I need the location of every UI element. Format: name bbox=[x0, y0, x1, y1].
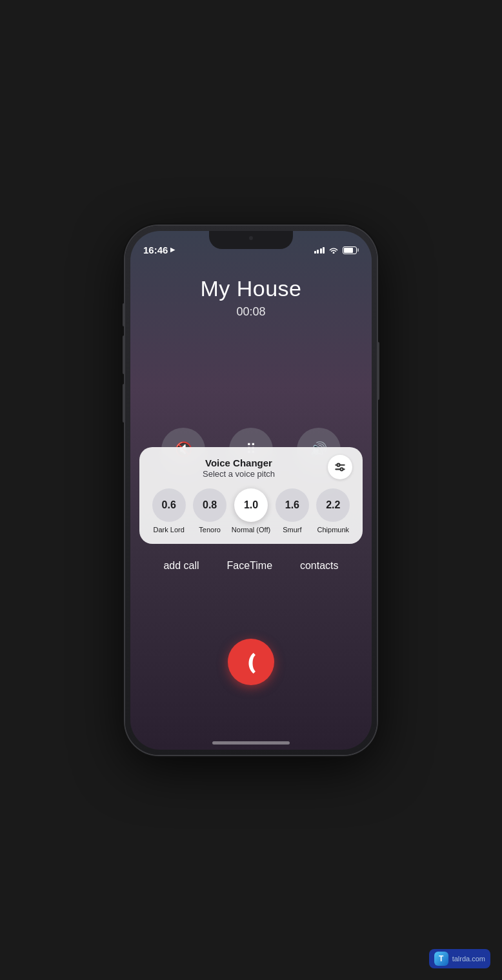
popup-title-group: Voice Changer Select a voice pitch bbox=[150, 457, 328, 479]
side-btn-volume-up[interactable] bbox=[123, 335, 125, 374]
watermark: T talrda.com bbox=[429, 949, 490, 968]
svg-point-3 bbox=[340, 468, 343, 470]
phone-outer: 16:46 ▶ bbox=[125, 226, 377, 755]
end-call-area bbox=[130, 639, 372, 685]
watermark-text: talrda.com bbox=[452, 955, 485, 963]
side-btn-power[interactable] bbox=[377, 342, 379, 400]
notch bbox=[209, 231, 293, 249]
side-btn-volume-down[interactable] bbox=[123, 384, 125, 423]
voice-changer-popup: Voice Changer Select a voice pitch 0.6 bbox=[139, 447, 363, 544]
end-call-icon bbox=[235, 645, 267, 677]
signal-bar-1 bbox=[314, 251, 316, 254]
sliders-icon bbox=[334, 461, 346, 474]
facetime-label: FaceTime bbox=[227, 560, 273, 572]
voice-option-tenoro[interactable]: 0.8 Tenoro bbox=[190, 488, 228, 534]
notch-dot bbox=[249, 236, 253, 240]
location-icon: ▶ bbox=[170, 246, 175, 253]
battery-icon bbox=[343, 246, 359, 254]
svg-point-2 bbox=[337, 463, 339, 466]
voice-value-smurf: 1.6 bbox=[285, 499, 299, 511]
voice-value-tenoro: 0.8 bbox=[203, 499, 217, 511]
voice-circle-normal: 1.0 bbox=[234, 488, 268, 522]
time-text: 16:46 bbox=[143, 245, 168, 255]
status-time: 16:46 ▶ bbox=[143, 245, 175, 255]
voice-label-tenoro: Tenoro bbox=[199, 526, 221, 534]
wifi-icon bbox=[328, 245, 339, 255]
popup-subtitle: Select a voice pitch bbox=[203, 469, 275, 479]
popup-header: Voice Changer Select a voice pitch bbox=[150, 457, 352, 479]
call-buttons-bottom: add call FaceTime contacts bbox=[130, 560, 372, 572]
side-btn-mute[interactable] bbox=[123, 303, 125, 326]
settings-button[interactable] bbox=[328, 455, 352, 479]
signal-bar-2 bbox=[317, 250, 319, 254]
home-indicator bbox=[212, 741, 290, 745]
voice-circle-tenoro: 0.8 bbox=[193, 488, 226, 522]
watermark-icon: T bbox=[434, 952, 448, 966]
voice-option-chipmunk[interactable]: 2.2 Chipmunk bbox=[314, 488, 352, 534]
voice-value-dark-lord: 0.6 bbox=[162, 499, 176, 511]
call-title: My House 00:08 bbox=[130, 276, 372, 319]
voice-circle-dark-lord: 0.6 bbox=[152, 488, 186, 522]
voice-label-dark-lord: Dark Lord bbox=[154, 526, 185, 534]
voice-circle-chipmunk: 2.2 bbox=[316, 488, 350, 522]
phone-screen: 16:46 ▶ bbox=[130, 231, 372, 750]
call-duration: 00:08 bbox=[130, 305, 372, 319]
voice-option-smurf[interactable]: 1.6 Smurf bbox=[273, 488, 311, 534]
status-right bbox=[314, 245, 359, 255]
add-call-label: add call bbox=[163, 560, 199, 572]
voice-options: 0.6 Dark Lord 0.8 Tenoro 1.0 Normal (Off… bbox=[150, 488, 352, 534]
add-call-button[interactable]: add call bbox=[163, 560, 199, 572]
signal-bar-4 bbox=[323, 247, 325, 254]
contacts-label: contacts bbox=[300, 560, 339, 572]
voice-value-normal: 1.0 bbox=[244, 499, 258, 511]
signal-icon bbox=[314, 247, 325, 254]
contacts-button[interactable]: contacts bbox=[300, 560, 339, 572]
voice-value-chipmunk: 2.2 bbox=[326, 499, 340, 511]
voice-label-normal: Normal (Off) bbox=[232, 526, 270, 534]
voice-option-dark-lord[interactable]: 0.6 Dark Lord bbox=[150, 488, 188, 534]
facetime-button[interactable]: FaceTime bbox=[227, 560, 273, 572]
voice-circle-smurf: 1.6 bbox=[276, 488, 309, 522]
call-contact-name: My House bbox=[130, 276, 372, 301]
end-call-button[interactable] bbox=[228, 639, 274, 685]
voice-label-chipmunk: Chipmunk bbox=[317, 526, 350, 534]
popup-title: Voice Changer bbox=[205, 457, 272, 468]
voice-label-smurf: Smurf bbox=[283, 526, 301, 534]
signal-bar-3 bbox=[320, 248, 322, 254]
voice-option-normal[interactable]: 1.0 Normal (Off) bbox=[232, 488, 270, 534]
